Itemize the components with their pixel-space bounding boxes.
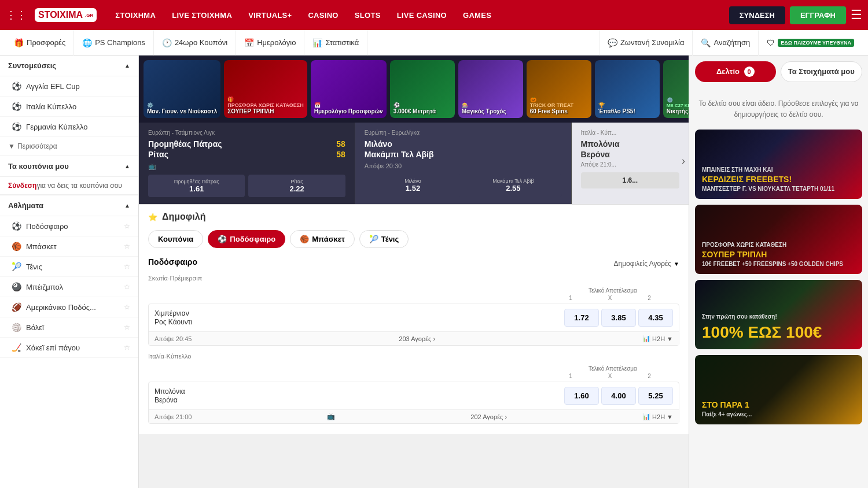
sidebar-item-football[interactable]: ⚽ Ποδόσφαιρο ☆ xyxy=(0,216,138,236)
coupons-login-link[interactable]: Σύνδεση xyxy=(8,182,36,190)
match-1-odd1[interactable]: 1.72 xyxy=(564,309,599,327)
match-2-markets[interactable]: 202 Αγορές › xyxy=(470,413,507,420)
nav-stoixima[interactable]: ΣΤΟΙΧΗΜΑ xyxy=(107,0,164,30)
sec-nav-right: 💬 Ζωντανή Συνομιλία 🔍 Αναζήτηση 🛡 ΕΔΩ ΠΑ… xyxy=(599,30,862,56)
basketball-fav-icon[interactable]: ☆ xyxy=(124,242,130,250)
nav-slots[interactable]: SLOTS xyxy=(347,0,389,30)
football-title: Ποδόσφαιρο xyxy=(148,257,197,267)
match-2-odd1[interactable]: 1.60 xyxy=(564,387,599,405)
tab-football[interactable]: ⚽ Ποδόσφαιρο xyxy=(208,230,285,248)
betslip-tab-mybets[interactable]: Τα Στοιχήματά μου xyxy=(781,61,863,82)
match-2-oddx[interactable]: 4.00 xyxy=(601,387,636,405)
match-1-teams: Χιμπέρνιαν Ρος Κάουντι xyxy=(155,309,560,327)
live-match-1-odd2[interactable]: Ρίτας 2.22 xyxy=(248,175,345,197)
match-2-h2h[interactable]: 📊 H2H ▼ xyxy=(642,413,673,420)
betslip-empty-message: Το δελτίο σου είναι άδειο. Πρόσθεσε επιλ… xyxy=(695,89,862,130)
tab-tennis[interactable]: 🎾 Τένις xyxy=(359,230,409,248)
hockey-fav-icon[interactable]: ☆ xyxy=(124,343,130,352)
h2h-bars-icon-2: 📊 xyxy=(642,413,650,420)
sidebar-item-italy-cup[interactable]: ⚽ Ιταλία Κύπελλο xyxy=(0,97,138,117)
markets-dropdown[interactable]: Δημοφιλείς Αγορές ▼ xyxy=(613,260,679,268)
betslip-header: Δελτίο 0 Τα Στοιχήματά μου xyxy=(695,61,862,82)
nav-search[interactable]: 🔍 Αναζήτηση xyxy=(692,30,758,56)
volleyball-label: Βόλεϊ xyxy=(26,323,119,332)
live-match-2-odd2[interactable]: Μακάμπι Τελ Αβίβ 2.55 xyxy=(465,174,561,197)
promo-card-6[interactable]: 🏆 Έπαθλο PS5! xyxy=(595,60,660,118)
nav-live-casino[interactable]: LIVE CASINO xyxy=(389,0,455,30)
promo-banner-1-text: ΜΠΑΙΝΕΙΣ ΣΤΗ ΜΑΧΗ ΚΑΙ ΚΕΡΔΙΖΕΙΣ FREEBETS… xyxy=(702,166,834,194)
live-match-1-odd1[interactable]: Προμηθέας Πάτρας 1.61 xyxy=(148,175,245,197)
match-2-time: Απόψε 21:00 xyxy=(155,413,192,420)
sidebar-item-baseball[interactable]: 🎱 Μπέιζμπολ ☆ xyxy=(0,277,138,297)
nav-casino[interactable]: CASINO xyxy=(300,0,346,30)
match-1-col-header: Τελικό Αποτέλεσμα xyxy=(552,287,674,294)
promo-card-5[interactable]: 🎃 TRICK OR TREAT 60 Free Spins xyxy=(527,60,591,118)
nav-calendar[interactable]: 📅 Ημερολόγιο xyxy=(236,30,304,56)
sidebar-item-volleyball[interactable]: 🏐 Βόλεϊ ☆ xyxy=(0,317,138,338)
sidebar-item-american-football[interactable]: 🏈 Αμερικάνικο Ποδός... ☆ xyxy=(0,297,138,317)
promo-banner-4[interactable]: ΣΤΟ ΠΑΡΑ 1 Παίξε 4+ αγώνες... xyxy=(695,355,862,424)
nav-games[interactable]: GAMES xyxy=(455,0,499,30)
promo-card-6-label: Έπαθλο PS5! xyxy=(598,108,656,114)
sidebar-item-hockey[interactable]: 🏒 Χόκεϊ επί πάγου ☆ xyxy=(0,338,138,358)
live-match-1-team2-name: Ρίτας xyxy=(148,150,168,159)
grid-icon[interactable]: ⋮⋮ xyxy=(6,9,27,21)
hamburger-icon[interactable]: ☰ xyxy=(851,8,862,23)
tab-coupons[interactable]: Κουπόνια xyxy=(148,230,203,248)
tennis-fav-icon[interactable]: ☆ xyxy=(124,263,130,271)
match-1-markets[interactable]: 203 Αγορές › xyxy=(399,335,435,342)
promo-card-7[interactable]: ⚙️ ΜΕ C27 ΚΕΡΔΙΣΕ €6.308 Νικητής Εβδομάδ… xyxy=(663,60,689,118)
live-match-3-odd1[interactable]: 1.6... xyxy=(581,172,679,188)
globe-icon: 🌐 xyxy=(82,38,92,47)
nav-ps-champions[interactable]: 🌐 PS Champions xyxy=(74,30,154,56)
volleyball-fav-icon[interactable]: ☆ xyxy=(124,323,130,331)
promo-card-4[interactable]: 🎰 Μαγικός Τροχός xyxy=(458,60,523,118)
live-match-1-teams: Προμηθέας Πάτρας 58 Ρίτας 58 xyxy=(148,139,345,159)
nav-24hr-coupon[interactable]: 🕐 24ωρο Κουπόνι xyxy=(154,30,236,56)
nav-live-stoixima[interactable]: LIVE ΣΤΟΙΧΗΜΑ xyxy=(164,0,240,30)
live-match-1-stream: 📺 xyxy=(148,162,345,170)
match-1-odd2[interactable]: 4.35 xyxy=(638,309,673,327)
nav-right: ΣΥΝΔΕΣΗ ΕΓΓΡΑΦΗ ☰ xyxy=(729,6,862,24)
promo-banner-2[interactable]: ΠΡΟΣΦΟΡΑ ΧΩΡΙΣ ΚΑΤΑΘΕΣΗ ΣΟΥΠΕΡ ΤΡΙΠΛΗ 10… xyxy=(695,205,862,274)
sidebar-item-efl[interactable]: ⚽ Αγγλία EFL Cup xyxy=(0,76,138,97)
match-2-odd2[interactable]: 5.25 xyxy=(638,387,673,405)
main-layout: Συντομεύσεις ▲ ⚽ Αγγλία EFL Cup ⚽ Ιταλία… xyxy=(0,56,868,488)
match-1-oddx[interactable]: 3.85 xyxy=(601,309,636,327)
register-button[interactable]: ΕΓΓΡΑΦΗ xyxy=(790,6,846,24)
logo[interactable]: STOIXIMA .GR xyxy=(35,8,97,22)
coupons-login-suffix: για να δεις τα κουπόνια σου xyxy=(36,182,122,190)
nav-search-label: Αναζήτηση xyxy=(713,38,750,47)
promo-card-1[interactable]: 🎁 ΠΡΟΣΦΟΡΑ ΧΩΡΙΣ ΚΑΤΑΘΕΣΗ ΣΟΥΠΕΡ ΤΡΙΠΛΗ xyxy=(224,60,307,118)
sidebar-item-germany-cup[interactable]: ⚽ Γερμανία Κύπελλο xyxy=(0,117,138,137)
login-button[interactable]: ΣΥΝΔΕΣΗ xyxy=(729,6,785,24)
tab-basketball[interactable]: 🏀 Μπάσκετ xyxy=(290,230,355,248)
promo-card-2[interactable]: 📅 Ημερολόγιο Προσφορών xyxy=(311,60,387,118)
american-football-fav-icon[interactable]: ☆ xyxy=(124,303,130,311)
promo-card-0[interactable]: ⚙️ Μαν. Γιουν. vs Νιούκαστλ xyxy=(144,60,220,118)
nav-live-chat[interactable]: 💬 Ζωντανή Συνομιλία xyxy=(599,30,693,56)
sports-section[interactable]: Αθλήματα ▲ xyxy=(0,195,138,216)
betslip-tab-active[interactable]: Δελτίο 0 xyxy=(695,61,776,82)
h2h-chevron-2: ▼ xyxy=(667,413,673,420)
promo-card-5-icon: 🎃 xyxy=(530,97,588,102)
live-match-2-odd1[interactable]: Μιλάνο 1.52 xyxy=(365,174,461,197)
sidebar-item-tennis[interactable]: 🎾 Τένις ☆ xyxy=(0,257,138,277)
sidebar-item-basketball[interactable]: 🏀 Μπάσκετ ☆ xyxy=(0,236,138,257)
live-match-3-arrow[interactable]: › xyxy=(682,155,685,167)
shortcuts-label: Συντομεύσεις xyxy=(8,61,56,70)
football-section-header: Ποδόσφαιρο Δημοφιλείς Αγορές ▼ xyxy=(148,257,679,270)
shortcuts-section[interactable]: Συντομεύσεις ▲ xyxy=(0,56,138,76)
promo-banner-3[interactable]: Στην πρώτη σου κατάθεση! 100% ΕΩΣ 100€ xyxy=(695,280,862,349)
shortcuts-more[interactable]: ▼ Περισσότερα xyxy=(0,137,138,156)
nav-promotions[interactable]: 🎁 Προσφορές xyxy=(6,30,74,56)
nav-virtuals[interactable]: VIRTUALS+ xyxy=(240,0,300,30)
coupons-section[interactable]: Τα κουπόνια μου ▲ xyxy=(0,156,138,177)
promo-card-3[interactable]: ⚽ 3.000€ Μετρητά xyxy=(390,60,455,118)
football-fav-icon[interactable]: ☆ xyxy=(124,222,130,230)
promo-banner-1[interactable]: ΜΠΑΙΝΕΙΣ ΣΤΗ ΜΑΧΗ ΚΑΙ ΚΕΡΔΙΖΕΙΣ FREEBETS… xyxy=(695,130,862,199)
baseball-fav-icon[interactable]: ☆ xyxy=(124,283,130,291)
nav-statistics[interactable]: 📊 Στατιστικά xyxy=(304,30,367,56)
match-1-h2h[interactable]: 📊 H2H ▼ xyxy=(642,335,673,342)
nav-responsible[interactable]: 🛡 ΕΔΩ ΠΑΙΖΟΥΜΕ ΥΠΕΥΘΥΝΑ xyxy=(758,30,862,56)
